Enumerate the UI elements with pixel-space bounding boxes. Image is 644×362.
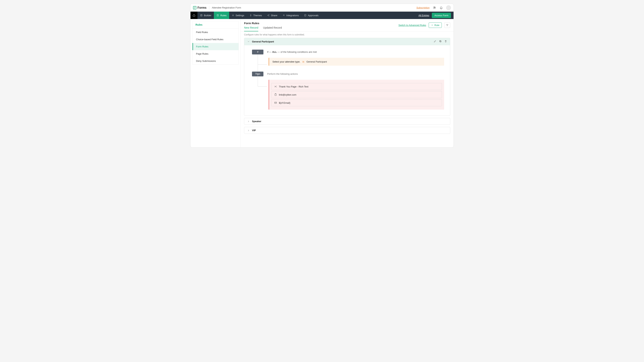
page-title: Form Rules bbox=[244, 22, 282, 25]
flow: If If — ALL — of the following condition… bbox=[252, 50, 444, 110]
rules-area: General Participant If bbox=[241, 38, 454, 140]
nav-share[interactable]: Share bbox=[264, 12, 280, 19]
forms-logo-icon bbox=[193, 6, 196, 10]
subscription-link[interactable]: Subscription bbox=[416, 6, 430, 9]
action-text: Thank You Page - Rich Text bbox=[279, 85, 308, 88]
nav-home[interactable] bbox=[190, 12, 198, 19]
svg-point-6 bbox=[268, 14, 269, 15]
sidebar-item-page-rules[interactable]: Page Rules bbox=[192, 50, 238, 57]
filter-button[interactable] bbox=[444, 22, 450, 28]
actions-box: Thank You Page - Rich Text linb@zylker.c… bbox=[268, 80, 444, 110]
navbar: Builder Rules Settings Themes Share Inte… bbox=[190, 12, 454, 19]
duplicate-icon[interactable] bbox=[439, 40, 442, 43]
then-row: Then Perform the following actions bbox=[252, 72, 444, 76]
condition-field: Select your attendee type. bbox=[272, 60, 300, 63]
svg-point-1 bbox=[435, 7, 436, 8]
condition-box: Select your attendee type. Is General Pa… bbox=[268, 58, 444, 66]
tab-updated-record[interactable]: Updated Record bbox=[263, 26, 282, 31]
nav-right: All Entries Access Form bbox=[418, 13, 454, 18]
connector-v2 bbox=[258, 74, 258, 86]
rule-card-general: General Participant If bbox=[244, 38, 450, 116]
svg-rect-11 bbox=[275, 94, 276, 96]
action-text: ${zf:Email} bbox=[279, 101, 290, 104]
action-item-email1: linb@zylker.com bbox=[271, 91, 442, 98]
svg-point-7 bbox=[268, 16, 269, 16]
rule-actions bbox=[434, 40, 447, 43]
nav-label: Settings bbox=[236, 14, 244, 17]
condition-value: General Participant bbox=[306, 60, 327, 63]
chevron-right-icon bbox=[247, 120, 250, 123]
condition-op: Is bbox=[302, 60, 304, 63]
page-subtext: Configure rules for what happens when th… bbox=[241, 32, 454, 38]
sidebar-item-choice-rules[interactable]: Choice-based Field Rules bbox=[192, 36, 238, 43]
if-bold: ALL bbox=[272, 51, 277, 53]
avatar[interactable] bbox=[446, 5, 451, 10]
nav-label: Approvals bbox=[308, 14, 318, 17]
add-rule-label: Rule bbox=[434, 24, 439, 27]
chevron-right-icon bbox=[247, 129, 250, 132]
topbar-right: Subscription bbox=[416, 5, 451, 10]
rule-header[interactable]: General Participant bbox=[244, 38, 450, 45]
then-description: Perform the following actions bbox=[267, 72, 298, 75]
nav-approvals[interactable]: Approvals bbox=[301, 12, 321, 19]
access-form-button[interactable]: Access Form bbox=[432, 13, 451, 18]
notifications-icon[interactable] bbox=[440, 6, 443, 10]
sidebar-item-form-rules[interactable]: Form Rules bbox=[192, 43, 238, 50]
tabs: New Record Updated Record bbox=[244, 26, 282, 31]
all-entries-link[interactable]: All Entries bbox=[418, 14, 430, 17]
divider bbox=[209, 6, 209, 10]
connector-h bbox=[258, 86, 267, 87]
sidebar-card: Rules Field Rules Choice-based Field Rul… bbox=[192, 21, 239, 65]
rule-card-vip: VIP bbox=[244, 127, 450, 134]
nav-label: Rules bbox=[220, 14, 226, 17]
sidebar: Rules Field Rules Choice-based Field Rul… bbox=[190, 19, 240, 147]
edit-icon[interactable] bbox=[434, 40, 436, 43]
nav-themes[interactable]: Themes bbox=[247, 12, 264, 19]
rule-header[interactable]: VIP bbox=[244, 127, 450, 134]
redirect-icon bbox=[274, 85, 277, 88]
main: Form Rules New Record Updated Record Swi… bbox=[240, 19, 454, 147]
body: Rules Field Rules Choice-based Field Rul… bbox=[190, 19, 454, 147]
if-node: If bbox=[252, 50, 264, 54]
sidebar-item-field-rules[interactable]: Field Rules bbox=[192, 29, 238, 36]
rule-name: General Participant bbox=[252, 40, 274, 43]
tab-new-record[interactable]: New Record bbox=[244, 26, 258, 31]
rule-name: Speaker bbox=[252, 120, 262, 123]
app-frame: Forms Attendee Registration Form Subscri… bbox=[190, 4, 454, 148]
rule-name: VIP bbox=[252, 129, 256, 132]
svg-rect-10 bbox=[440, 40, 441, 42]
nav-settings[interactable]: Settings bbox=[229, 12, 247, 19]
main-header: Form Rules New Record Updated Record Swi… bbox=[241, 19, 454, 32]
if-description: If — ALL — of the following conditions a… bbox=[267, 50, 317, 53]
plus-icon bbox=[431, 24, 433, 26]
action-text: linb@zylker.com bbox=[279, 93, 296, 96]
main-header-right: Switch to Advanced Rules Rule bbox=[398, 22, 450, 28]
advanced-rules-link[interactable]: Switch to Advanced Rules bbox=[398, 24, 426, 27]
brand-name: Forms bbox=[198, 6, 206, 10]
sidebar-title: Rules bbox=[192, 21, 238, 29]
form-name[interactable]: Attendee Registration Form bbox=[212, 6, 241, 9]
rule-card-speaker: Speaker bbox=[244, 118, 450, 125]
add-rule-button[interactable]: Rule bbox=[429, 23, 442, 28]
connector-h bbox=[258, 64, 267, 65]
rule-header[interactable]: Speaker bbox=[244, 118, 450, 124]
svg-point-4 bbox=[233, 15, 234, 16]
brand[interactable]: Forms bbox=[193, 6, 206, 10]
collaborators-icon[interactable] bbox=[433, 6, 436, 10]
if-post: — of the following conditions are met bbox=[277, 51, 317, 53]
chevron-down-icon bbox=[247, 40, 250, 43]
nav-builder[interactable]: Builder bbox=[198, 12, 214, 19]
topbar: Forms Attendee Registration Form Subscri… bbox=[190, 4, 454, 12]
nav-rules[interactable]: Rules bbox=[214, 12, 229, 19]
nav-integrations[interactable]: Integrations bbox=[280, 12, 301, 19]
nav-label: Share bbox=[271, 14, 278, 17]
mail-icon bbox=[274, 101, 277, 104]
svg-rect-9 bbox=[440, 41, 441, 42]
main-header-left: Form Rules New Record Updated Record bbox=[244, 22, 282, 31]
svg-rect-13 bbox=[275, 102, 277, 103]
delete-icon[interactable] bbox=[444, 40, 447, 43]
action-item-redirect: Thank You Page - Rich Text bbox=[271, 83, 442, 90]
nav-label: Themes bbox=[253, 14, 262, 17]
if-row: If If — ALL — of the following condition… bbox=[252, 50, 444, 54]
sidebar-item-deny-submissions[interactable]: Deny Submissions bbox=[192, 57, 238, 65]
